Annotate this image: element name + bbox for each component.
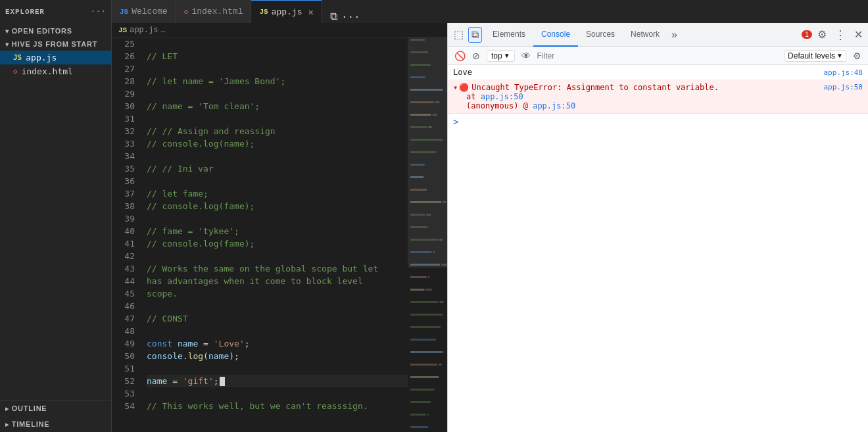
hive-section[interactable]: ▾ HIVE JS FROM START bbox=[0, 37, 111, 51]
appjs-tab-label: app.js bbox=[272, 7, 302, 17]
code-content[interactable]: // LET // let name = 'James Bond'; // na… bbox=[141, 37, 408, 432]
line-numbers: 2526272829 3031323334 3536373839 4041424… bbox=[112, 37, 141, 432]
prompt-arrow-icon: > bbox=[453, 116, 458, 127]
appjs-file-icon: JS bbox=[13, 53, 22, 62]
editor-pane: JS app.js … 2526272829 3031323334 353637… bbox=[112, 23, 447, 432]
welcome-tab-icon: JS bbox=[120, 8, 128, 16]
console-error-row: ▾ 🔴 Uncaught TypeError: Assignment to co… bbox=[448, 80, 868, 114]
sources-tab[interactable]: Sources bbox=[578, 23, 623, 47]
console-prompt-input[interactable] bbox=[462, 117, 863, 126]
error-main-text: Uncaught TypeError: Assignment to consta… bbox=[471, 83, 823, 92]
explorer-label: EXPLORER bbox=[5, 8, 45, 16]
breadcrumb-filename: app.js bbox=[130, 26, 158, 35]
pause-on-exception-icon[interactable]: ⊘ bbox=[470, 49, 483, 62]
devtools-close-icon[interactable]: ✕ bbox=[852, 27, 865, 42]
devtools-header: ⬚ ⧉ Elements Console Sources Network » 1… bbox=[448, 23, 868, 47]
indexhtml-file-label: index.html bbox=[22, 66, 73, 76]
console-toolbar: 🚫 ⊘ top ▼ 👁 Default levels ▼ ⚙ bbox=[448, 47, 868, 65]
open-editors-section[interactable]: ▾ OPEN EDITORS bbox=[0, 23, 111, 37]
index-html-tab[interactable]: ◇ index.html bbox=[176, 0, 252, 23]
context-arrow-icon: ▼ bbox=[504, 52, 510, 59]
log-source-link[interactable]: app.js:48 bbox=[823, 68, 863, 77]
timeline-arrow: ▸ bbox=[5, 421, 9, 428]
index-tab-icon: ◇ bbox=[184, 7, 189, 16]
editor-more-icon[interactable]: ··· bbox=[341, 11, 360, 23]
filter-input[interactable] bbox=[535, 50, 783, 62]
breadcrumb-sep: … bbox=[160, 26, 165, 35]
outline-label: OUTLINE bbox=[12, 404, 47, 412]
sidebar-file-appjs[interactable]: JS app.js bbox=[0, 51, 111, 64]
appjs-file-label: app.js bbox=[26, 53, 57, 62]
devtools-more-icon[interactable]: ⋮ bbox=[832, 26, 849, 43]
context-value: top bbox=[491, 51, 502, 60]
timeline-label: TIMELINE bbox=[12, 420, 50, 428]
welcome-tab-label: Welcome bbox=[132, 7, 168, 16]
console-log-row: Love app.js:48 bbox=[448, 65, 868, 80]
devtools-settings-icon[interactable]: ⚙ bbox=[815, 27, 829, 42]
error-anon-link[interactable]: app.js:50 bbox=[533, 101, 575, 110]
minimap bbox=[408, 37, 447, 432]
open-editors-label: OPEN EDITORS bbox=[12, 27, 72, 35]
levels-arrow-icon: ▼ bbox=[836, 52, 843, 59]
index-tab-label: index.html bbox=[191, 7, 243, 16]
devtools-tabs: Elements Console Sources Network » bbox=[485, 23, 681, 47]
hive-label: HIVE JS FROM START bbox=[12, 40, 97, 48]
open-editors-arrow: ▾ bbox=[5, 28, 9, 35]
explorer-more-icon[interactable]: ··· bbox=[91, 7, 106, 16]
more-tabs-btn[interactable]: » bbox=[667, 23, 681, 47]
eye-icon[interactable]: 👁 bbox=[519, 49, 533, 62]
error-stack-1: at app.js:50 bbox=[466, 92, 863, 101]
breadcrumb: JS app.js … bbox=[112, 23, 447, 37]
breadcrumb-js-icon: JS bbox=[118, 26, 127, 34]
console-settings-icon[interactable]: ⚙ bbox=[850, 49, 864, 62]
appjs-tab-close[interactable]: ✕ bbox=[308, 7, 313, 18]
devtools-inspect-icon[interactable]: ⬚ bbox=[450, 26, 467, 43]
error-expand-icon[interactable]: ▾ bbox=[453, 83, 458, 92]
devtools-device-icon[interactable]: ⧉ bbox=[468, 27, 482, 43]
timeline-section[interactable]: ▸ TIMELINE bbox=[0, 416, 111, 432]
devtools-panel: ⬚ ⧉ Elements Console Sources Network » 1… bbox=[447, 23, 868, 432]
error-circle-icon: 🔴 bbox=[459, 83, 469, 92]
sidebar-file-indexhtml[interactable]: ◇ index.html bbox=[0, 64, 111, 78]
console-output: Love app.js:48 ▾ 🔴 Uncaught TypeError: A… bbox=[448, 65, 868, 432]
indexhtml-file-icon: ◇ bbox=[13, 67, 18, 76]
error-badge: 1 bbox=[802, 30, 812, 39]
error-stack-2: (anonymous) @ app.js:50 bbox=[466, 101, 863, 110]
split-editor-icon[interactable]: ⧉ bbox=[330, 11, 337, 23]
appjs-tab-icon: JS bbox=[259, 8, 268, 16]
context-selector[interactable]: top ▼ bbox=[487, 50, 515, 62]
elements-tab[interactable]: Elements bbox=[485, 23, 533, 47]
outline-arrow: ▸ bbox=[5, 405, 9, 412]
console-prompt-row: > bbox=[448, 114, 868, 130]
welcome-tab[interactable]: JS Welcome bbox=[112, 0, 176, 23]
default-levels-selector[interactable]: Default levels ▼ bbox=[784, 50, 846, 62]
hive-arrow: ▾ bbox=[5, 41, 9, 48]
log-message: Love bbox=[453, 68, 823, 77]
outline-section[interactable]: ▸ OUTLINE bbox=[0, 400, 111, 416]
appjs-tab[interactable]: JS app.js ✕ bbox=[251, 0, 322, 23]
devtools-header-right: 1 ⚙ ⋮ ✕ bbox=[802, 26, 865, 43]
console-tab[interactable]: Console bbox=[533, 23, 578, 47]
default-levels-label: Default levels bbox=[788, 51, 835, 60]
network-tab[interactable]: Network bbox=[623, 23, 667, 47]
sidebar: ▾ OPEN EDITORS ▾ HIVE JS FROM START JS a… bbox=[0, 23, 112, 432]
clear-console-icon[interactable]: 🚫 bbox=[452, 49, 468, 62]
error-source-link[interactable]: app.js:50 bbox=[823, 83, 863, 91]
error-at-link[interactable]: app.js:50 bbox=[481, 92, 523, 101]
